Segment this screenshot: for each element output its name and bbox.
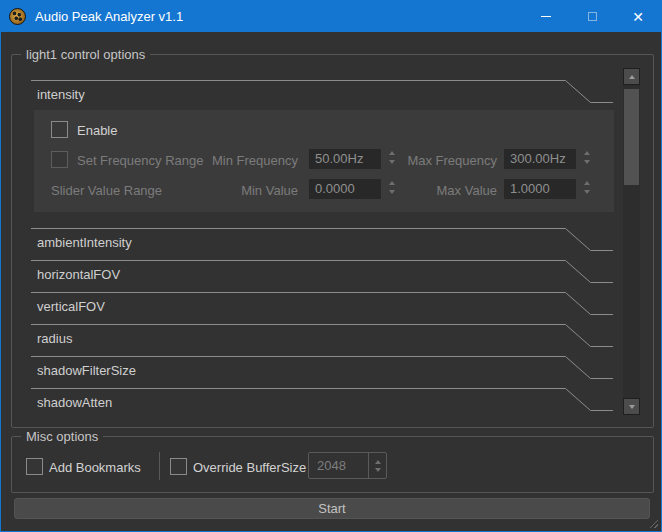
max-value-stepper[interactable]: [584, 181, 590, 194]
spin-up-icon[interactable]: [389, 181, 395, 185]
section-header-verticalfov[interactable]: verticalFOV: [31, 292, 613, 322]
min-frequency-field[interactable]: 50.00Hz: [309, 149, 381, 169]
max-value-field[interactable]: 1.0000: [504, 179, 576, 199]
scroll-up-button[interactable]: [623, 68, 640, 85]
buffersize-spinbox[interactable]: 2048: [308, 452, 387, 479]
min-value-stepper[interactable]: [389, 181, 395, 194]
section-label: intensity: [37, 87, 85, 102]
minimize-button[interactable]: [523, 1, 569, 32]
min-value-label: Min Value: [241, 183, 298, 198]
slider-value-range-label: Slider Value Range: [51, 183, 162, 198]
misc-separator: [159, 452, 160, 480]
maximize-button[interactable]: [569, 1, 615, 32]
section-label: horizontalFOV: [37, 267, 120, 282]
section-tab-line: [31, 80, 613, 104]
buffersize-stepper[interactable]: [368, 453, 386, 478]
min-frequency-label: Min Frequency: [212, 153, 298, 168]
minimize-icon: [541, 16, 551, 17]
app-window: Audio Peak Analyzer v1.1 ✕ light1 contro…: [0, 0, 662, 532]
misc-options-groupbox: Misc options Add Bookmarks Override Buff…: [11, 436, 654, 493]
spin-down-icon[interactable]: [375, 468, 381, 472]
section-label: shadowFilterSize: [37, 363, 136, 378]
section-tab-line: [31, 388, 613, 412]
min-value-field[interactable]: 0.0000: [309, 179, 381, 199]
set-frequency-range-checkbox[interactable]: [51, 151, 68, 168]
add-bookmarks-checkbox[interactable]: [26, 458, 43, 475]
enable-checkbox[interactable]: [51, 121, 68, 138]
section-header-shadowfiltersize[interactable]: shadowFilterSize: [31, 356, 613, 386]
buffersize-value[interactable]: 2048: [309, 453, 368, 478]
scroll-up-icon: [629, 75, 635, 79]
section-header-radius[interactable]: radius: [31, 324, 613, 354]
misc-group-title: Misc options: [21, 429, 103, 444]
section-label: radius: [37, 331, 72, 346]
max-frequency-label: Max Frequency: [407, 153, 497, 168]
section-tab-line: [31, 324, 613, 348]
override-buffersize-checkbox[interactable]: [170, 458, 187, 475]
spin-up-icon[interactable]: [584, 181, 590, 185]
intensity-panel: Enable Set Frequency Range Min Frequency…: [34, 110, 614, 212]
spin-up-icon[interactable]: [389, 151, 395, 155]
section-header-horizontalfov[interactable]: horizontalFOV: [31, 260, 613, 290]
section-label: ambientIntensity: [37, 235, 132, 250]
scrollbar-thumb[interactable]: [624, 89, 639, 185]
max-frequency-stepper[interactable]: [584, 151, 590, 164]
spin-down-icon[interactable]: [389, 190, 395, 194]
set-frequency-range-label: Set Frequency Range: [77, 153, 203, 168]
section-label: shadowAtten: [37, 395, 112, 410]
close-icon: ✕: [632, 10, 644, 24]
enable-label: Enable: [77, 123, 117, 138]
add-bookmarks-label: Add Bookmarks: [49, 460, 141, 475]
start-button[interactable]: Start: [14, 498, 650, 519]
scroll-down-button[interactable]: [623, 398, 640, 415]
light-group-title: light1 control options: [21, 47, 150, 62]
app-leopard-icon[interactable]: [9, 8, 26, 25]
override-buffersize-label: Override BufferSize: [193, 460, 306, 475]
section-label: verticalFOV: [37, 299, 105, 314]
titlebar: Audio Peak Analyzer v1.1 ✕: [1, 1, 661, 32]
section-header-ambientintensity[interactable]: ambientIntensity: [31, 228, 613, 258]
spin-down-icon[interactable]: [389, 160, 395, 164]
light-control-groupbox: light1 control options intensity Enable …: [11, 54, 654, 428]
section-tab-line: [31, 292, 613, 316]
scroll-down-icon: [629, 405, 635, 409]
max-value-label: Max Value: [437, 183, 497, 198]
vertical-scrollbar[interactable]: [623, 68, 640, 415]
spin-down-icon[interactable]: [584, 190, 590, 194]
section-header-shadowatten[interactable]: shadowAtten: [31, 388, 613, 418]
close-button[interactable]: ✕: [615, 1, 661, 32]
spin-down-icon[interactable]: [584, 160, 590, 164]
resize-grip[interactable]: [647, 517, 658, 528]
min-frequency-stepper[interactable]: [389, 151, 395, 164]
max-frequency-field[interactable]: 300.00Hz: [504, 149, 576, 169]
spin-up-icon[interactable]: [584, 151, 590, 155]
spin-up-icon[interactable]: [375, 460, 381, 464]
maximize-icon: [588, 12, 597, 21]
section-header-intensity[interactable]: intensity: [31, 80, 613, 110]
window-controls: ✕: [523, 1, 661, 32]
window-title: Audio Peak Analyzer v1.1: [35, 9, 183, 24]
